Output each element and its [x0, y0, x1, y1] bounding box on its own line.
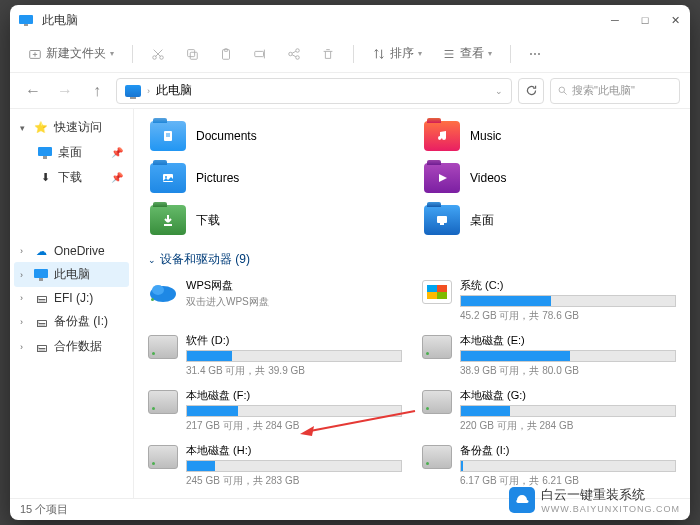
devices-section-header[interactable]: ⌄ 设备和驱动器 (9)	[148, 251, 676, 268]
folder-videos[interactable]: Videos	[422, 161, 676, 195]
maximize-button[interactable]: □	[638, 14, 652, 27]
svg-rect-10	[190, 52, 197, 59]
drives-grid: WPS网盘双击进入WPS网盘系统 (C:)45.2 GB 可用，共 78.6 G…	[148, 278, 676, 498]
svg-rect-25	[38, 147, 52, 156]
chevron-down-icon: ⌄	[148, 255, 156, 265]
drive-item[interactable]: 备份盘 (I:)6.17 GB 可用，共 6.21 GB	[422, 443, 676, 488]
drive-item[interactable]: 软件 (D:)31.4 GB 可用，共 39.9 GB	[148, 333, 402, 378]
svg-point-16	[296, 48, 300, 52]
item-count: 15 个项目	[20, 502, 68, 517]
more-button[interactable]: ⋯	[523, 43, 547, 65]
videos-icon	[424, 163, 460, 193]
window-title: 此电脑	[42, 12, 608, 29]
svg-point-15	[289, 52, 293, 56]
drive-item[interactable]: 本地磁盘 (H:)245 GB 可用，共 283 GB	[148, 443, 402, 488]
svg-line-24	[564, 92, 567, 95]
documents-icon	[150, 121, 186, 151]
back-button[interactable]: ←	[20, 78, 46, 104]
watermark-logo	[509, 487, 535, 513]
svg-rect-27	[34, 269, 48, 278]
svg-rect-26	[43, 156, 47, 159]
folder-pictures[interactable]: Pictures	[148, 161, 402, 195]
sidebar: ▾ ⭐ 快速访问 桌面 📌 ⬇ 下载 📌 › ☁ OneDrive ›	[10, 109, 134, 498]
pin-icon: 📌	[111, 147, 123, 158]
star-icon: ⭐	[34, 121, 48, 135]
svg-rect-35	[440, 223, 444, 225]
drive-icon	[148, 445, 178, 469]
sidebar-this-pc[interactable]: › 此电脑	[14, 262, 129, 287]
search-input[interactable]: 搜索"此电脑"	[550, 78, 680, 104]
folder-downloads[interactable]: 下载	[148, 203, 402, 237]
desktop-icon	[424, 205, 460, 235]
pc-icon	[34, 268, 48, 282]
address-bar[interactable]: › 此电脑 ⌄	[116, 78, 512, 104]
drive-icon: 🖴	[34, 291, 48, 305]
new-folder-button[interactable]: 新建文件夹 ▾	[22, 41, 120, 66]
download-icon: ⬇	[38, 171, 52, 185]
svg-rect-1	[24, 24, 28, 26]
minimize-button[interactable]: ─	[608, 14, 622, 27]
svg-point-33	[165, 176, 167, 178]
drive-icon	[148, 335, 178, 359]
delete-button[interactable]	[315, 43, 341, 65]
drive-icon	[148, 390, 178, 414]
refresh-button[interactable]	[518, 78, 544, 104]
content-area: Documents Music Pictures Videos 下载	[134, 109, 690, 498]
location-text: 此电脑	[156, 82, 192, 99]
sort-button[interactable]: 排序 ▾	[366, 41, 428, 66]
drive-item[interactable]: 系统 (C:)45.2 GB 可用，共 78.6 GB	[422, 278, 676, 323]
svg-point-37	[152, 285, 164, 295]
pc-icon	[125, 85, 141, 97]
drive-icon	[422, 335, 452, 359]
drive-icon	[422, 280, 452, 304]
folder-desktop[interactable]: 桌面	[422, 203, 676, 237]
sidebar-onedrive[interactable]: › ☁ OneDrive	[14, 240, 129, 262]
sidebar-efi[interactable]: › 🖴 EFI (J:)	[14, 287, 129, 309]
music-icon	[424, 121, 460, 151]
toolbar: 新建文件夹 ▾ 排序 ▾ 查看 ▾ ⋯	[10, 35, 690, 73]
svg-line-18	[292, 51, 296, 53]
share-button[interactable]	[281, 43, 307, 65]
view-button[interactable]: 查看 ▾	[436, 41, 498, 66]
sidebar-quick-access[interactable]: ▾ ⭐ 快速访问	[14, 115, 129, 140]
svg-rect-9	[188, 49, 195, 56]
drive-icon	[148, 280, 178, 304]
drive-item[interactable]: 本地磁盘 (E:)38.9 GB 可用，共 80.0 GB	[422, 333, 676, 378]
sidebar-desktop[interactable]: 桌面 📌	[14, 140, 129, 165]
cut-button[interactable]	[145, 43, 171, 65]
navbar: ← → ↑ › 此电脑 ⌄ 搜索"此电脑"	[10, 73, 690, 109]
sidebar-coop[interactable]: › 🖴 合作数据	[14, 334, 129, 359]
drive-icon	[422, 390, 452, 414]
svg-rect-0	[19, 15, 33, 24]
svg-rect-34	[437, 216, 447, 223]
titlebar: 此电脑 ─ □ ✕	[10, 5, 690, 35]
cloud-icon: ☁	[34, 244, 48, 258]
svg-rect-13	[255, 51, 264, 56]
drive-item[interactable]: WPS网盘双击进入WPS网盘	[148, 278, 402, 323]
watermark: 白云一键重装系统 WWW.BAIYUNXITONG.COM	[509, 486, 680, 514]
forward-button[interactable]: →	[52, 78, 78, 104]
sidebar-downloads[interactable]: ⬇ 下载 📌	[14, 165, 129, 190]
svg-point-17	[296, 55, 300, 59]
pin-icon: 📌	[111, 172, 123, 183]
pictures-icon	[150, 163, 186, 193]
explorer-window: 此电脑 ─ □ ✕ 新建文件夹 ▾ 排序 ▾ 查看 ▾ ⋯	[10, 5, 690, 520]
desktop-icon	[38, 146, 52, 160]
copy-button[interactable]	[179, 43, 205, 65]
downloads-icon	[150, 205, 186, 235]
drive-icon	[422, 445, 452, 469]
folder-documents[interactable]: Documents	[148, 119, 402, 153]
paste-button[interactable]	[213, 43, 239, 65]
rename-button[interactable]	[247, 43, 273, 65]
app-icon	[18, 12, 34, 28]
up-button[interactable]: ↑	[84, 78, 110, 104]
folder-music[interactable]: Music	[422, 119, 676, 153]
drive-item[interactable]: 本地磁盘 (F:)217 GB 可用，共 284 GB	[148, 388, 402, 433]
close-button[interactable]: ✕	[668, 14, 682, 27]
drive-icon: 🖴	[34, 315, 48, 329]
svg-rect-28	[39, 278, 43, 281]
sidebar-backup[interactable]: › 🖴 备份盘 (I:)	[14, 309, 129, 334]
drive-item[interactable]: 本地磁盘 (G:)220 GB 可用，共 284 GB	[422, 388, 676, 433]
svg-point-23	[559, 87, 565, 93]
drive-icon: 🖴	[34, 340, 48, 354]
